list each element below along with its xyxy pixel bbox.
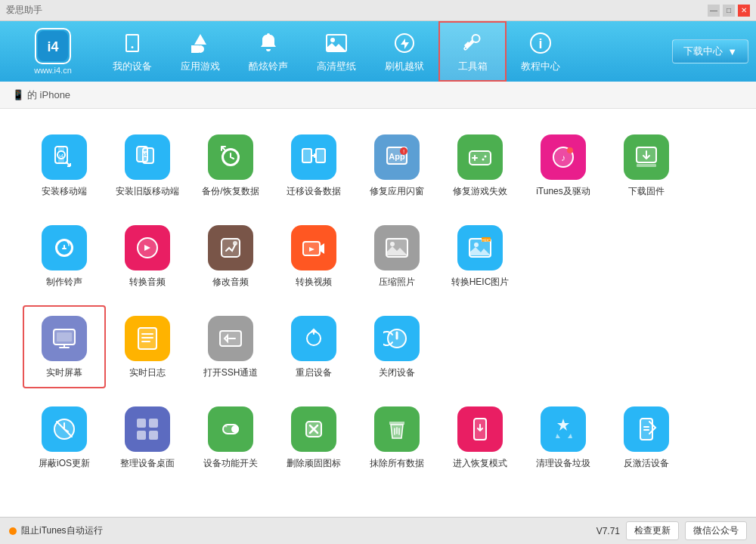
svg-point-30 — [233, 241, 237, 246]
tool-install-ipa[interactable]: i4 安装移动端 — [23, 124, 106, 207]
svg-text:i: i — [538, 36, 542, 51]
convert-audio-icon — [125, 225, 170, 270]
recovery-icon — [457, 406, 503, 452]
download-center-button[interactable]: 下载中心 ▼ — [672, 39, 748, 63]
svg-point-21 — [485, 155, 487, 157]
device-functions-label: 设备功能开关 — [203, 458, 258, 468]
svg-rect-45 — [149, 419, 158, 428]
tool-migrate-data[interactable]: 迁移设备数据 — [272, 124, 355, 207]
jailbreak-icon — [391, 29, 418, 57]
nav-my-device[interactable]: 我的设备 — [98, 21, 166, 82]
tool-deactivate[interactable]: 反激活设备 — [605, 396, 688, 479]
check-update-button[interactable]: 检查更新 — [626, 521, 679, 540]
tool-reboot[interactable]: 重启设备 — [272, 305, 355, 388]
info-icon: i — [527, 29, 554, 57]
svg-point-25 — [567, 147, 573, 153]
nav-ringtones-label: 酷炫铃声 — [249, 60, 288, 73]
app-title: 爱思助手 — [6, 4, 42, 17]
tool-wipe-data[interactable]: 抹除所有数据 — [355, 396, 438, 479]
top-navigation: i4 www.i4.cn 我的设备 应用游戏 — [0, 21, 756, 82]
tool-row-3: 实时屏幕 实时日志 打开SSH通道 — [23, 305, 733, 388]
migrate-icon — [291, 134, 336, 180]
tool-clean-junk[interactable]: 清理设备垃圾 — [522, 396, 605, 479]
tool-organize-desktop[interactable]: 整理设备桌面 — [106, 396, 189, 479]
backup-restore-label: 备份/恢复数据 — [202, 186, 259, 196]
reboot-icon — [291, 316, 336, 361]
tool-open-ssh[interactable]: 打开SSH通道 — [189, 305, 272, 388]
tool-delete-stubborn[interactable]: 删除顽固图标 — [272, 396, 355, 479]
tool-itunes[interactable]: ♪ iTunes及驱动 — [522, 124, 605, 207]
tool-make-ringtone[interactable]: 制作铃声 — [23, 215, 106, 298]
download-fw-icon — [624, 134, 669, 180]
tool-realtime-screen[interactable]: 实时屏幕 — [23, 305, 106, 388]
convert-heic-label: 转换HEIC图片 — [451, 277, 510, 287]
tool-realtime-log[interactable]: 实时日志 — [106, 305, 189, 388]
nav-toolbox[interactable]: 工具箱 — [438, 21, 507, 82]
tool-fix-game[interactable]: 修复游戏失效 — [438, 124, 522, 207]
status-dot — [9, 527, 17, 535]
restore-button[interactable]: □ — [723, 5, 735, 17]
tool-install-old[interactable]: i4 安装旧版移动端 — [106, 124, 189, 207]
tool-shutdown[interactable]: 关闭设备 — [355, 305, 438, 388]
fix-game-icon — [457, 134, 503, 180]
svg-rect-29 — [222, 239, 240, 257]
edit-audio-label: 修改音频 — [212, 277, 249, 287]
close-button[interactable]: ✕ — [738, 5, 750, 17]
wipe-data-label: 抹除所有数据 — [370, 458, 424, 468]
tool-row-1: i4 安装移动端 i4 安装旧版移动端 — [23, 124, 733, 207]
migrate-data-label: 迁移设备数据 — [287, 186, 341, 196]
nav-ringtones[interactable]: 酷炫铃声 — [234, 21, 302, 82]
tool-edit-audio[interactable]: 修改音频 — [189, 215, 272, 298]
svg-rect-47 — [149, 431, 158, 440]
tool-compress-photo[interactable]: 压缩照片 — [355, 215, 438, 298]
svg-rect-46 — [137, 431, 146, 440]
logo-area: i4 www.i4.cn — [8, 28, 98, 75]
svg-rect-44 — [137, 419, 146, 428]
minimize-button[interactable]: — — [708, 5, 720, 17]
tool-row-2: 制作铃声 转换音频 修改音频 — [23, 215, 733, 298]
svg-point-3 — [330, 38, 335, 42]
convert-video-label: 转换视频 — [296, 277, 332, 287]
tool-device-functions[interactable]: 设备功能开关 — [189, 396, 272, 479]
convert-audio-label: 转换音频 — [129, 277, 166, 287]
organize-icon — [125, 406, 170, 452]
shutdown-icon — [374, 316, 420, 361]
delete-icon-tool — [291, 406, 336, 452]
clean-junk-label: 清理设备垃圾 — [536, 458, 590, 468]
tool-download-fw[interactable]: 下载固件 — [605, 124, 688, 207]
nav-wallpaper[interactable]: 高清壁纸 — [302, 21, 370, 82]
compress-photo-label: 压缩照片 — [379, 277, 415, 287]
wipe-icon — [374, 406, 420, 452]
nav-jailbreak[interactable]: 刷机越狱 — [370, 21, 438, 82]
titlebar-controls: — □ ✕ — [708, 5, 750, 17]
deactivate-label: 反激活设备 — [624, 458, 669, 468]
svg-rect-27 — [637, 164, 656, 167]
device-icon — [119, 29, 146, 57]
organize-desktop-label: 整理设备桌面 — [120, 458, 175, 468]
svg-point-49 — [231, 425, 239, 433]
tool-fix-app[interactable]: App ! 修复应用闪窗 — [355, 124, 438, 207]
nav-apps-games[interactable]: 应用游戏 — [166, 21, 234, 82]
breadcrumb-text: 的 iPhone — [27, 88, 70, 102]
tool-convert-video[interactable]: 转换视频 — [272, 215, 355, 298]
tool-backup-restore[interactable]: 备份/恢复数据 — [189, 124, 272, 207]
svg-text:i4: i4 — [59, 153, 64, 159]
tool-row-4: 屏蔽iOS更新 整理设备桌面 设备 — [23, 396, 733, 479]
titlebar: 爱思助手 — □ ✕ — [0, 0, 756, 21]
svg-rect-14 — [302, 149, 311, 162]
apps-icon — [187, 29, 214, 57]
wechat-button[interactable]: 微信公众号 — [685, 521, 747, 540]
download-center-label: 下载中心 — [683, 45, 723, 58]
svg-text:HEIC: HEIC — [482, 238, 491, 243]
svg-text:♪: ♪ — [561, 153, 565, 163]
backup-icon — [208, 134, 253, 180]
nav-tutorials[interactable]: i 教程中心 — [507, 21, 575, 82]
tool-convert-heic[interactable]: HEIC 转换HEIC图片 — [438, 215, 522, 298]
tool-recovery-mode[interactable]: 进入恢复模式 — [438, 396, 522, 479]
bell-icon — [255, 29, 282, 57]
tool-convert-audio[interactable]: 转换音频 — [106, 215, 189, 298]
tool-block-update[interactable]: 屏蔽iOS更新 — [23, 396, 106, 479]
svg-text:i4: i4 — [47, 39, 58, 54]
breadcrumb: 📱 的 iPhone — [0, 82, 756, 109]
fix-app-icon: App ! — [374, 134, 420, 180]
